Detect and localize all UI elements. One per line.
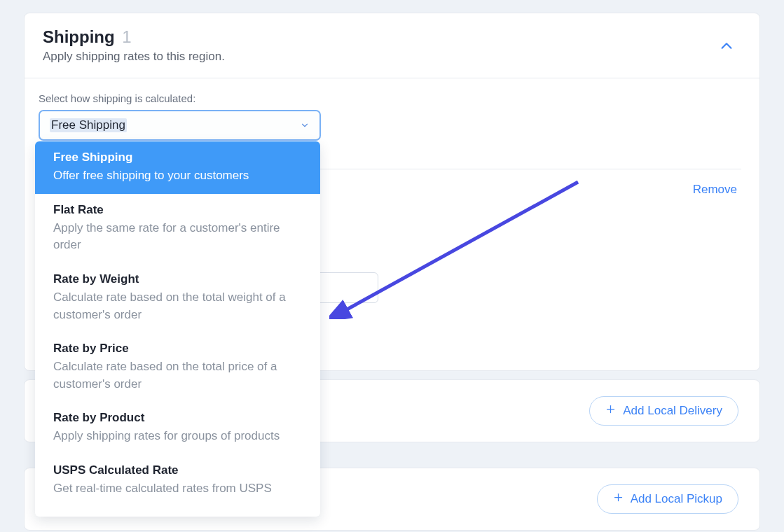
page-subtitle: Apply shipping rates to this region. bbox=[43, 50, 225, 64]
option-desc: Calculate rate based on the total price … bbox=[53, 358, 302, 393]
option-desc: Calculate rate based on the total weight… bbox=[53, 289, 302, 323]
plus-icon bbox=[613, 492, 624, 506]
option-title: Flat Rate bbox=[53, 203, 302, 217]
title-count: 1 bbox=[122, 27, 131, 46]
option-desc: Get real-time calculated rates from USPS bbox=[53, 480, 302, 498]
plus-icon bbox=[605, 404, 616, 418]
option-desc: Apply shipping rates for groups of produ… bbox=[53, 428, 302, 445]
dropdown-option-rate-by-product[interactable]: Rate by Product Apply shipping rates for… bbox=[35, 402, 320, 454]
add-local-pickup-button[interactable]: Add Local Pickup bbox=[597, 484, 738, 514]
shipping-card-header: Shipping 1 Apply shipping rates to this … bbox=[25, 13, 759, 78]
select-value: Free Shipping bbox=[50, 118, 127, 132]
header-texts: Shipping 1 Apply shipping rates to this … bbox=[43, 27, 225, 64]
option-title: Rate by Product bbox=[53, 411, 302, 425]
dropdown-option-free-shipping[interactable]: Free Shipping Offer free shipping to you… bbox=[35, 141, 320, 194]
select-label: Select how shipping is calculated: bbox=[39, 92, 741, 104]
dropdown-option-usps[interactable]: USPS Calculated Rate Get real-time calcu… bbox=[35, 454, 320, 507]
option-title: Free Shipping bbox=[53, 150, 302, 164]
option-desc: Apply the same rate for a customer's ent… bbox=[53, 220, 302, 254]
option-title: USPS Calculated Rate bbox=[53, 463, 302, 477]
shipping-calculation-select[interactable]: Free Shipping bbox=[39, 110, 321, 141]
collapse-icon[interactable] bbox=[719, 38, 734, 54]
option-desc: Offer free shipping to your customers bbox=[53, 167, 302, 185]
add-local-delivery-button[interactable]: Add Local Delivery bbox=[589, 396, 738, 426]
chevron-down-icon bbox=[300, 120, 310, 130]
option-title: Rate by Price bbox=[53, 342, 302, 356]
button-label: Add Local Pickup bbox=[631, 492, 722, 506]
dropdown-option-rate-by-price[interactable]: Rate by Price Calculate rate based on th… bbox=[35, 332, 320, 402]
shipping-calculation-dropdown: Free Shipping Offer free shipping to you… bbox=[35, 141, 320, 517]
remove-link[interactable]: Remove bbox=[693, 183, 737, 197]
title-text: Shipping bbox=[43, 27, 115, 46]
page-title: Shipping 1 bbox=[43, 27, 225, 47]
dropdown-option-flat-rate[interactable]: Flat Rate Apply the same rate for a cust… bbox=[35, 194, 320, 263]
dropdown-option-rate-by-weight[interactable]: Rate by Weight Calculate rate based on t… bbox=[35, 263, 320, 332]
option-title: Rate by Weight bbox=[53, 272, 302, 286]
button-label: Add Local Delivery bbox=[623, 404, 722, 418]
